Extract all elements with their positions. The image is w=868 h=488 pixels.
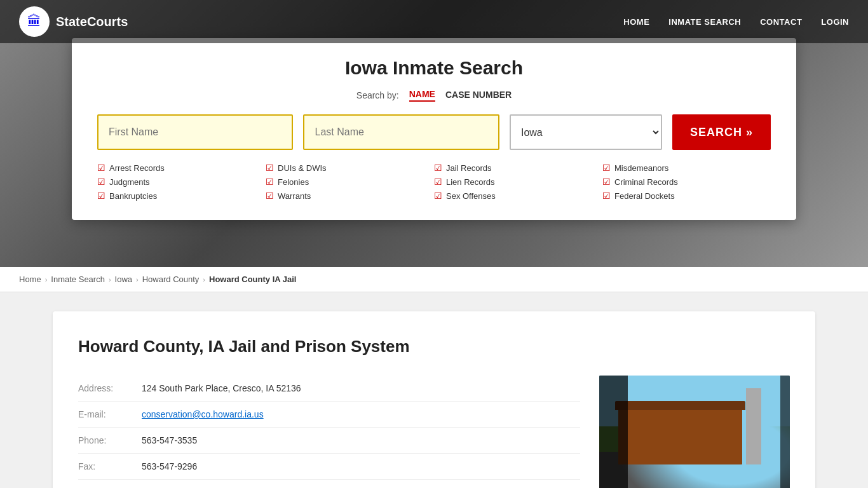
info-table: Address: 124 South Park Place, Cresco, I… <box>78 376 580 488</box>
breadcrumb-howard-county[interactable]: Howard County <box>142 274 200 284</box>
check-label-misdemeanors: Misdemeanors <box>614 163 668 173</box>
breadcrumb-iowa[interactable]: Iowa <box>115 274 132 284</box>
address-value: 124 South Park Place, Cresco, IA 52136 <box>142 376 580 402</box>
address-label: Address: <box>78 376 142 402</box>
first-name-input[interactable] <box>97 114 293 150</box>
navigation: 🏛 StateCourts HOME INMATE SEARCH CONTACT… <box>0 0 868 43</box>
jail-building <box>618 407 742 464</box>
jail-image-bg <box>599 376 790 488</box>
check-judgments: ☑ Judgments <box>97 177 266 187</box>
breadcrumb-sep-1: › <box>45 276 48 283</box>
check-label-criminal: Criminal Records <box>614 177 678 187</box>
check-icon-lien: ☑ <box>434 177 442 187</box>
check-duis: ☑ DUIs & DWIs <box>266 163 434 173</box>
breadcrumb-current: Howard County IA Jail <box>209 274 296 284</box>
logo-icon: 🏛 <box>19 6 50 37</box>
logo-text: StateCourts <box>56 15 128 29</box>
check-icon-duis: ☑ <box>266 163 274 173</box>
phone-label: Phone: <box>78 428 142 454</box>
check-icon-criminal: ☑ <box>602 177 611 187</box>
breadcrumb-sep-4: › <box>203 276 205 283</box>
nav-login[interactable]: LOGIN <box>821 17 849 27</box>
check-label-felonies: Felonies <box>278 177 309 187</box>
check-felonies: ☑ Felonies <box>266 177 434 187</box>
phone-value: 563-547-3535 <box>142 428 580 454</box>
website-value: http://co.howard.ia.us/offices/sheriff/i… <box>142 480 580 489</box>
breadcrumb-sep-2: › <box>109 276 111 283</box>
check-icon-jail: ☑ <box>434 163 442 173</box>
search-by-label: Search by: <box>356 90 399 100</box>
check-label-duis: DUIs & DWIs <box>278 163 327 173</box>
check-label-lien: Lien Records <box>446 177 495 187</box>
email-label: E-mail: <box>78 402 142 428</box>
email-link[interactable]: conservation@co.howard.ia.us <box>142 409 264 419</box>
website-label: Website: <box>78 480 142 489</box>
email-value: conservation@co.howard.ia.us <box>142 402 580 428</box>
check-label-federal: Federal Dockets <box>614 191 675 201</box>
fax-value: 563-547-9296 <box>142 454 580 480</box>
check-icon-arrest: ☑ <box>97 163 105 173</box>
check-label-sex: Sex Offenses <box>446 191 496 201</box>
search-card-title: Iowa Inmate Search <box>97 57 771 79</box>
search-inputs-row: Iowa Alabama Alaska Arizona Arkansas Cal… <box>97 114 771 150</box>
check-federal: ☑ Federal Dockets <box>602 191 771 201</box>
check-icon-misdemeanors: ☑ <box>602 163 611 173</box>
check-label-jail: Jail Records <box>446 163 492 173</box>
website-row: Website: http://co.howard.ia.us/offices/… <box>78 480 580 489</box>
content-left: Address: 124 South Park Place, Cresco, I… <box>78 376 580 488</box>
state-select[interactable]: Iowa Alabama Alaska Arizona Arkansas Cal… <box>510 114 662 150</box>
check-criminal: ☑ Criminal Records <box>602 177 771 187</box>
nav-home[interactable]: HOME <box>623 17 649 27</box>
fax-row: Fax: 563-547-9296 <box>78 454 580 480</box>
check-label-arrest: Arrest Records <box>109 163 165 173</box>
check-icon-judgments: ☑ <box>97 177 105 187</box>
content-right <box>599 376 790 488</box>
fax-label: Fax: <box>78 454 142 480</box>
checks-grid: ☑ Arrest Records ☑ DUIs & DWIs ☑ Jail Re… <box>97 163 771 201</box>
nav-inmate-search[interactable]: INMATE SEARCH <box>668 17 741 27</box>
check-label-judgments: Judgments <box>109 177 150 187</box>
check-icon-bankruptcies: ☑ <box>97 191 105 201</box>
search-by-row: Search by: NAME CASE NUMBER <box>97 89 771 102</box>
main-content: Howard County, IA Jail and Prison System… <box>0 292 868 488</box>
nav-contact[interactable]: CONTACT <box>760 17 802 27</box>
jail-overlay-left <box>599 376 628 488</box>
phone-row: Phone: 563-547-3535 <box>78 428 580 454</box>
check-bankruptcies: ☑ Bankruptcies <box>97 191 266 201</box>
search-card: Iowa Inmate Search Search by: NAME CASE … <box>72 38 796 220</box>
jail-tower <box>746 388 761 464</box>
check-warrants: ☑ Warrants <box>266 191 434 201</box>
breadcrumb-inmate-search[interactable]: Inmate Search <box>51 274 105 284</box>
check-icon-warrants: ☑ <box>266 191 274 201</box>
check-label-bankruptcies: Bankruptcies <box>109 191 157 201</box>
search-button[interactable]: SEARCH » <box>672 114 771 150</box>
tab-case-number[interactable]: CASE NUMBER <box>445 90 512 101</box>
nav-links: HOME INMATE SEARCH CONTACT LOGIN <box>623 17 849 27</box>
check-icon-felonies: ☑ <box>266 177 274 187</box>
check-sex: ☑ Sex Offenses <box>434 191 602 201</box>
jail-overlay-right <box>780 376 790 488</box>
check-icon-federal: ☑ <box>602 191 611 201</box>
logo-link[interactable]: 🏛 StateCourts <box>19 6 128 37</box>
check-label-warrants: Warrants <box>278 191 311 201</box>
check-jail: ☑ Jail Records <box>434 163 602 173</box>
last-name-input[interactable] <box>303 114 499 150</box>
jail-image <box>599 376 790 488</box>
email-row: E-mail: conservation@co.howard.ia.us <box>78 402 580 428</box>
breadcrumb: Home › Inmate Search › Iowa › Howard Cou… <box>0 267 868 292</box>
address-row: Address: 124 South Park Place, Cresco, I… <box>78 376 580 402</box>
content-title: Howard County, IA Jail and Prison System <box>78 337 790 356</box>
jail-building-roof <box>615 401 745 410</box>
check-icon-sex: ☑ <box>434 191 442 201</box>
breadcrumb-sep-3: › <box>136 276 139 283</box>
check-arrest: ☑ Arrest Records <box>97 163 266 173</box>
breadcrumb-home[interactable]: Home <box>19 274 41 284</box>
content-card: Howard County, IA Jail and Prison System… <box>53 311 815 488</box>
check-lien: ☑ Lien Records <box>434 177 602 187</box>
check-misdemeanors: ☑ Misdemeanors <box>602 163 771 173</box>
tab-name[interactable]: NAME <box>409 89 435 102</box>
content-body: Address: 124 South Park Place, Cresco, I… <box>78 376 790 488</box>
